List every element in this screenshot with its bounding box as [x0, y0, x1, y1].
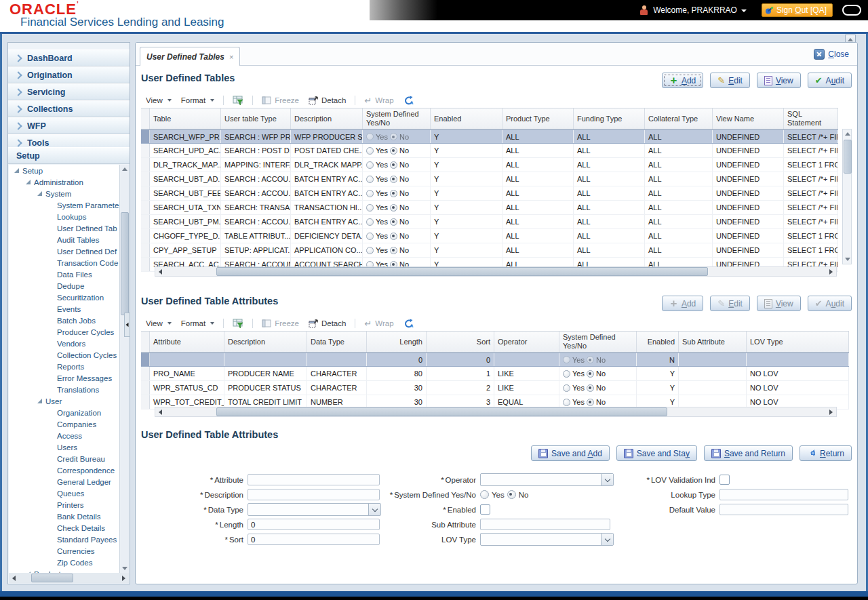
- tree-item-setup[interactable]: Setup: [9, 165, 120, 176]
- yes-no-radio[interactable]: YesNo: [563, 369, 606, 378]
- scroll-right-button[interactable]: [826, 267, 836, 276]
- row-selector[interactable]: [141, 229, 150, 243]
- tree-item-organization[interactable]: Organization: [9, 407, 120, 418]
- tree-item-translations[interactable]: Translations: [9, 384, 120, 395]
- scroll-right-button[interactable]: [119, 574, 129, 582]
- tree-item-companies[interactable]: Companies: [9, 418, 120, 430]
- table-row[interactable]: SEARCH_UBT_FEE...SEARCH : ACCOU...BATCH …: [141, 186, 838, 201]
- tree-item-system[interactable]: System: [9, 188, 120, 199]
- detach-button[interactable]: Detach: [304, 317, 351, 330]
- tree-item-collection-cycles[interactable]: Collection Cycles: [9, 349, 120, 361]
- row-selector[interactable]: [141, 144, 150, 157]
- yes-no-radio[interactable]: YesNo: [563, 398, 606, 406]
- tree-item-correspondence[interactable]: Correspondence: [9, 464, 120, 476]
- tree-item-access[interactable]: Access: [9, 430, 120, 441]
- expand-icon[interactable]: [37, 191, 42, 196]
- radio-no[interactable]: [390, 233, 397, 240]
- radio-no[interactable]: [507, 490, 516, 499]
- system-defined-radio[interactable]: Yes No: [480, 490, 528, 499]
- scroll-thumb[interactable]: [31, 574, 73, 582]
- yes-no-radio[interactable]: YesNo: [366, 189, 409, 197]
- scroll-down-button[interactable]: [842, 255, 852, 264]
- grid-vertical-scrollbar[interactable]: [842, 129, 852, 264]
- radio-yes[interactable]: [366, 204, 374, 212]
- radio-yes[interactable]: [366, 147, 374, 155]
- scroll-up-button[interactable]: [119, 165, 130, 174]
- tree-item-products[interactable]: Products: [9, 568, 120, 573]
- refresh-icon[interactable]: [399, 319, 419, 329]
- audit-button[interactable]: ✔Audit: [808, 73, 852, 88]
- table-row[interactable]: SEARCH_UBT_AD...SEARCH : ACCOU...BATCH E…: [141, 172, 838, 186]
- tree-item-error-messages[interactable]: Error Messages: [9, 372, 120, 384]
- tree-item-transaction-code[interactable]: Transaction Code: [9, 257, 120, 268]
- welcome-menu[interactable]: Welcome, PRAKRRAO: [653, 5, 747, 15]
- refresh-icon[interactable]: [399, 96, 419, 106]
- close-button[interactable]: Close: [814, 49, 849, 60]
- sidebar-item-collections[interactable]: Collections: [8, 100, 130, 117]
- table-row[interactable]: WPR_STATUS_CDPRODUCER STATUSCHARACTER302…: [141, 381, 849, 395]
- scroll-down-button[interactable]: [119, 564, 130, 573]
- radio-no[interactable]: [587, 370, 594, 378]
- tab-close-icon[interactable]: ×: [229, 53, 233, 61]
- tree-item-vendors[interactable]: Vendors: [9, 338, 120, 349]
- detach-button[interactable]: Detach: [304, 94, 351, 107]
- tree-item-user-defined-tab[interactable]: User Defined Tab: [9, 222, 120, 234]
- table-row[interactable]: CHGOFF_TYPE_D...TABLE ATTRIBUT...DEFICIE…: [141, 229, 838, 243]
- yes-no-radio[interactable]: YesNo: [366, 203, 409, 212]
- query-by-example-icon[interactable]: [228, 96, 248, 106]
- length-input[interactable]: [248, 519, 380, 530]
- radio-yes[interactable]: [563, 356, 570, 363]
- expand-icon[interactable]: [26, 180, 31, 184]
- tree-item-check-details[interactable]: Check Details: [9, 522, 120, 534]
- enabled-checkbox[interactable]: [480, 504, 490, 515]
- radio-no[interactable]: [587, 384, 594, 392]
- yes-no-radio[interactable]: YesNo: [366, 146, 409, 155]
- tree-item-batch-jobs[interactable]: Batch Jobs: [9, 315, 120, 326]
- pane-collapse-handle[interactable]: [124, 313, 130, 337]
- yes-no-radio[interactable]: YesNo: [563, 384, 606, 392]
- sidebar-item-wfp[interactable]: WFP: [8, 117, 130, 134]
- save-and-stay-button[interactable]: Save and Stay: [616, 445, 697, 461]
- description-input[interactable]: [248, 489, 380, 500]
- add-button[interactable]: +Add: [662, 73, 703, 88]
- radio-no[interactable]: [390, 247, 397, 254]
- radio-yes[interactable]: [366, 218, 374, 226]
- tree-item-bank-details[interactable]: Bank Details: [9, 511, 120, 522]
- edit-button[interactable]: ✎Edit: [710, 73, 750, 88]
- tree-item-lookups[interactable]: Lookups: [9, 211, 120, 222]
- sidebar-item-origination[interactable]: Origination: [8, 66, 130, 83]
- sub-attribute-input[interactable]: [480, 519, 610, 530]
- tree-item-currencies[interactable]: Currencies: [9, 545, 120, 557]
- tree-item-administration[interactable]: Administration: [9, 176, 120, 188]
- sort-input[interactable]: [248, 534, 380, 545]
- query-by-example-icon[interactable]: [228, 319, 248, 329]
- table-row[interactable]: 00YesNoN: [141, 353, 849, 367]
- lookup-type-input[interactable]: [719, 489, 848, 500]
- radio-yes[interactable]: [480, 490, 489, 499]
- table-row[interactable]: SEARCH_UBT_PM...SEARCH : ACCOU...BATCH E…: [141, 215, 838, 229]
- format-menu[interactable]: Format: [176, 317, 219, 330]
- radio-yes[interactable]: [366, 161, 374, 169]
- table-row[interactable]: CPY_APP_SETUPSETUP: APPLICAT...APPLICATI…: [141, 243, 838, 258]
- tree-vertical-scrollbar[interactable]: [119, 165, 129, 573]
- table-row[interactable]: SEARCH_UPD_AC...SEARCH : POST D...POST D…: [141, 144, 838, 158]
- lov-validation-ind-checkbox[interactable]: [719, 475, 730, 485]
- format-menu[interactable]: Format: [176, 94, 219, 107]
- scroll-thumb[interactable]: [121, 212, 129, 315]
- expand-icon[interactable]: [14, 168, 19, 173]
- view-menu[interactable]: View: [141, 94, 176, 107]
- tree-horizontal-scrollbar[interactable]: [9, 573, 129, 583]
- row-selector[interactable]: [141, 201, 150, 214]
- table-row[interactable]: DLR_TRACK_MAP...MAPPING: INTERF...DLR_TR…: [141, 158, 838, 172]
- tree-item-user[interactable]: User: [9, 395, 120, 407]
- grid-horizontal-scrollbar[interactable]: [155, 266, 837, 277]
- radio-yes[interactable]: [366, 247, 374, 254]
- radio-no[interactable]: [390, 204, 397, 212]
- attribute-input[interactable]: [248, 474, 380, 485]
- tree-item-users[interactable]: Users: [9, 441, 120, 453]
- operator-select[interactable]: [480, 473, 614, 486]
- radio-yes[interactable]: [563, 370, 570, 378]
- radio-no[interactable]: [390, 161, 397, 169]
- row-selector[interactable]: [141, 353, 150, 366]
- scroll-right-button[interactable]: [826, 407, 836, 416]
